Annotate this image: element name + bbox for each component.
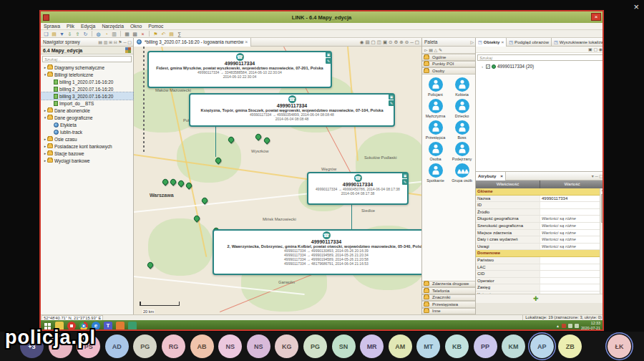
phone-icon[interactable] <box>116 322 125 330</box>
palette-item-spotkanie[interactable]: Spotkanie <box>422 163 449 183</box>
palette-section-znaczniki[interactable]: Znaczniki <box>422 294 475 302</box>
attribute-row-lac[interactable]: LAC <box>476 264 604 271</box>
time-icon[interactable]: ◔ <box>103 31 109 37</box>
palette-item-mezczyzna[interactable]: Mężczyzna <box>422 99 449 118</box>
tree-item-stacje-bazowe[interactable]: ▸Stacje bazowe <box>41 150 133 157</box>
attribute-value[interactable] <box>540 271 604 277</box>
tray-network-icon[interactable] <box>568 324 572 328</box>
delete-icon[interactable]: × <box>140 31 146 37</box>
tab-podgl-d-obraz-w[interactable]: ◳Podgląd obrazów <box>507 38 552 47</box>
scrollbar[interactable]: ▲ <box>600 188 604 294</box>
tree-item-billing-1-2020-07-16-16-20[interactable]: billing 1_2020.07.16-16:20 <box>41 78 133 85</box>
menu-plik[interactable]: Plik <box>67 24 74 29</box>
attribute-value[interactable] <box>540 202 604 208</box>
link-folder-icon[interactable]: ▤ <box>168 31 175 37</box>
panel-icon[interactable]: ▣ <box>383 39 387 45</box>
new-case-icon[interactable]: ❏ <box>43 31 49 37</box>
palette-section-telefonia[interactable]: Telefonia <box>422 287 475 294</box>
participant-avatar[interactable]: AP <box>530 334 554 358</box>
attribute-row-operator[interactable]: Operator <box>476 278 604 285</box>
tree-item-diagramy-schematyczne[interactable]: ▸Diagramy schematyczne <box>41 64 133 71</box>
attribute-row-nazwa[interactable]: Nazwa49990117334 <box>476 196 604 203</box>
attribute-value[interactable] <box>540 264 604 271</box>
window-close-button[interactable]: × <box>591 13 601 21</box>
menu-edycja[interactable]: Edycja <box>81 24 95 29</box>
attribute-row-szerokość-geograficzna[interactable]: Szerokość geograficznaWartości są różne✎ <box>476 223 604 230</box>
participant-avatar[interactable]: AD <box>105 334 129 358</box>
tree-item-wyci-gi-bankowe[interactable]: ▸Wyciągi bankowe <box>41 157 133 164</box>
callout-pin-icon[interactable]: ▣ <box>389 94 394 100</box>
attribute-value[interactable]: ✎ <box>540 284 604 291</box>
location-pin[interactable] <box>169 178 177 186</box>
participant-avatar[interactable]: ZB <box>558 334 582 358</box>
flag-icon[interactable]: ⚑ <box>152 31 159 37</box>
attribute-row-państwo[interactable]: Państwo▾ <box>476 257 604 264</box>
palette-item-grupa-osob[interactable]: Grupa osób <box>449 163 475 183</box>
attribute-value[interactable]: Wartości są różne✎ <box>540 216 604 222</box>
attribute-value[interactable]: Wartości są różne <box>540 236 604 243</box>
map-callout[interactable]: ▣✎☎4999011733449990117334 → 49990450786,… <box>307 172 409 205</box>
map-callout[interactable]: ▣✎☎499901173342, Wawrzyniecka, Dobrzynie… <box>213 229 421 275</box>
attribute-value[interactable] <box>540 278 604 284</box>
callout-edit-icon[interactable]: ✎ <box>402 179 408 185</box>
palette-item-boss[interactable]: Boss <box>449 120 475 140</box>
location-pin[interactable] <box>263 136 270 144</box>
tray-volume-icon[interactable] <box>575 324 579 328</box>
tab-close-icon[interactable]: × <box>500 173 503 178</box>
map-callout[interactable]: ▣✎☎49990117334Księżyzna, Topór, gmina St… <box>189 93 395 127</box>
navigator-search-input[interactable]: Szukaj... <box>42 56 132 62</box>
tab-billing-map[interactable]: *billing 3_2020.07.16-16:20 - logowania … <box>134 38 251 47</box>
participant-avatar[interactable]: KG <box>275 334 298 358</box>
palette-section-przest-pstwa[interactable]: Przestępstwa <box>422 301 475 308</box>
callout-edit-icon[interactable]: ✎ <box>326 58 331 64</box>
attribute-row-zasięg[interactable]: Zasięg✎ <box>476 284 604 292</box>
target-icon[interactable]: ⊙ <box>389 39 392 45</box>
callout-pin-icon[interactable]: ▣ <box>326 52 331 57</box>
tree-item-osie-czasu[interactable]: ▸Osie czasu <box>41 135 133 143</box>
sync-icon[interactable]: ↻ <box>82 31 89 37</box>
attribute-value[interactable]: Wartości są różne✎ <box>540 223 604 229</box>
palette-item-policjant[interactable]: Policjant <box>422 77 449 97</box>
attribute-row-kąt-anteny[interactable]: Kąt anteny <box>476 292 604 294</box>
objects-search-input[interactable]: Szukaj <box>477 54 603 61</box>
tab-close-icon[interactable]: × <box>502 39 504 44</box>
attribute-row-źródło[interactable]: Źródło <box>476 209 604 216</box>
attribute-value[interactable]: Wartości są różne <box>540 244 604 250</box>
tree-item-posiadacze-kont-bankowych[interactable]: ▸Posiadacze kont bankowych <box>41 143 133 150</box>
menu-sprawa[interactable]: Sprawa <box>44 24 60 29</box>
undo-icon[interactable]: ↶ <box>160 31 167 37</box>
map-callout[interactable]: ▣✎☎49990117334Fidest, gmina Wyszków, pow… <box>147 51 332 88</box>
palette-item-kobieta[interactable]: Kobieta <box>449 77 475 97</box>
tab-obiekty[interactable]: ◳Obiekty× <box>476 38 507 47</box>
participant-avatar[interactable]: MT <box>416 334 440 358</box>
attribute-row-długość-geograficzna[interactable]: Długość geograficznaWartości są różne✎ <box>476 216 604 223</box>
taskbar-clock[interactable]: 12:33 2020-07-21 <box>581 321 600 329</box>
attributes-tab[interactable]: Atrybuty × <box>476 172 506 180</box>
tree-item-billing-2-2020-07-16-16-20[interactable]: billing 2_2020.07.16-16:20 <box>41 85 133 92</box>
tray-chevron-icon[interactable]: ▲ <box>556 324 560 328</box>
participant-avatar[interactable]: NS <box>218 334 242 358</box>
checkbox-icon[interactable]: ✓ <box>486 64 490 69</box>
participant-avatar[interactable]: KB <box>445 334 469 358</box>
expander-icon[interactable]: › <box>480 64 484 69</box>
palette-section-zdarzenia-drogowe[interactable]: Zdarzenia drogowe <box>422 281 475 288</box>
attributes-window-icons[interactable]: ▾ ─ ▢ <box>592 173 604 178</box>
palette-section-osoby[interactable]: Osoby <box>422 67 475 74</box>
attribute-value[interactable]: ▾ <box>540 257 604 264</box>
import-icon[interactable]: ⇩ <box>67 31 73 37</box>
palette-item-podejrzany[interactable]: Podejrzany <box>449 142 475 161</box>
zoom-out-icon[interactable]: ⊖ <box>405 39 409 45</box>
location-pin[interactable] <box>177 179 185 187</box>
palette-section-og-lne[interactable]: Ogólne <box>422 54 475 61</box>
navigator-tab[interactable]: Nawigator sprawy <box>41 39 82 44</box>
tray-alert-icon[interactable] <box>562 324 566 328</box>
attribute-value[interactable]: Wartości są różne <box>540 230 604 236</box>
frame-icon[interactable]: ▢ <box>371 39 376 45</box>
palette-section-inne[interactable]: Inne <box>422 308 475 315</box>
palette-tools[interactable]: ▻ ▤ △ ✎ <box>422 47 475 54</box>
participant-avatar[interactable]: KM <box>502 334 525 358</box>
minimize-icon[interactable]: ─ <box>410 39 414 45</box>
map-canvas[interactable]: Maków MazowieckiPułtuskWyszkówWarszawaWę… <box>134 47 421 314</box>
participant-avatar[interactable]: MR <box>360 334 384 358</box>
tree-item-dane-abonenckie[interactable]: ▸Dane abonenckie <box>41 107 133 114</box>
